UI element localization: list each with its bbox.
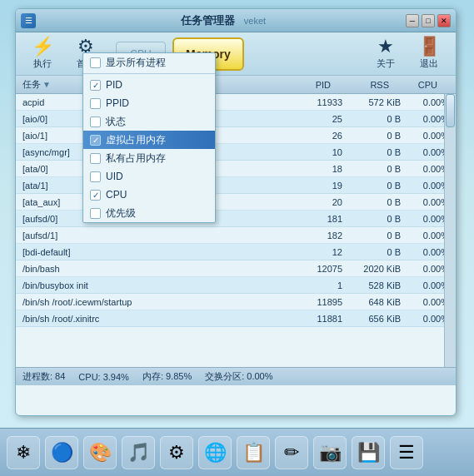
col-priority-item[interactable]: 优先级 — [83, 204, 215, 222]
col-virt-mem-label: 虚拟占用内存 — [106, 133, 166, 147]
col-virt-mem-checkbox[interactable] — [90, 135, 101, 146]
th-pid[interactable]: PID — [284, 80, 334, 90]
td-pid: 10 — [296, 147, 346, 157]
col-uid-checkbox[interactable] — [90, 171, 101, 182]
main-window: ☰ 任务管理器 veket ─ □ ✕ ⚡ 执行 ⚙ 首选 CPU Memory — [15, 8, 457, 416]
td-rss: 0 B — [346, 231, 404, 240]
col-priority-checkbox[interactable] — [90, 208, 101, 219]
col-priv-mem-checkbox[interactable] — [90, 153, 101, 164]
scrollbar-thumb[interactable] — [446, 94, 455, 127]
td-rss: 0 B — [346, 114, 404, 124]
td-rss: 0 B — [346, 164, 404, 174]
col-priv-mem-item[interactable]: 私有占用内存 — [83, 149, 215, 167]
taskbar-icon-pencil[interactable]: ✏ — [275, 436, 308, 469]
about-button[interactable]: ★ 关于 — [366, 36, 406, 72]
taskbar-icon-music[interactable]: 🎵 — [122, 436, 155, 469]
taskbar: ❄🔵🎨🎵⚙🌐📋✏📷💾☰ — [0, 428, 474, 476]
td-rss: 0 B — [346, 181, 404, 191]
td-pid: 182 — [296, 231, 346, 240]
td-task: [aufsd/1] — [19, 231, 296, 240]
exit-icon: 🚪 — [418, 37, 441, 56]
maximize-button[interactable]: □ — [422, 14, 435, 27]
taskbar-icon-menu[interactable]: ☰ — [390, 436, 423, 469]
td-task: /bin/sh /root/.icewm/startup — [19, 297, 296, 307]
menu-separator — [83, 73, 215, 74]
show-all-processes-item[interactable]: 显示所有进程 — [83, 53, 215, 72]
table-row[interactable]: [bdi-default] 12 0 B 0.00% — [16, 244, 456, 260]
col-ppid-item[interactable]: PPID — [83, 94, 215, 112]
col-uid-label: UID — [106, 171, 123, 182]
td-rss: 528 KiB — [346, 280, 404, 290]
scrollbar[interactable] — [444, 94, 456, 367]
taskbar-icon-paint[interactable]: 🎨 — [83, 436, 117, 469]
taskbar-icon-camera[interactable]: 📷 — [313, 436, 347, 469]
table-row[interactable]: /bin/bash 12075 2020 KiB 0.00% — [16, 260, 456, 277]
td-rss: 0 B — [346, 214, 404, 224]
col-uid-item[interactable]: UID — [83, 167, 215, 186]
col-priv-mem-label: 私有占用内存 — [106, 151, 166, 166]
exit-button[interactable]: 🚪 退出 — [409, 36, 449, 72]
col-cpu-item[interactable]: CPU — [83, 186, 215, 204]
td-pid: 1 — [296, 280, 346, 290]
memory-usage: 内存: 9.85% — [142, 370, 192, 383]
td-rss: 2020 KiB — [346, 264, 404, 274]
col-ppid-checkbox[interactable] — [90, 98, 101, 109]
col-pid-label: PID — [106, 79, 122, 91]
td-pid: 26 — [296, 131, 346, 141]
about-label: 关于 — [377, 57, 395, 70]
td-pid: 18 — [296, 164, 346, 174]
close-button[interactable]: ✕ — [437, 14, 451, 27]
th-task-label: 任务 — [22, 78, 41, 91]
taskbar-icon-storage[interactable]: 💾 — [352, 436, 385, 469]
col-state-label: 状态 — [106, 115, 126, 129]
td-pid: 11933 — [296, 97, 346, 107]
table-row[interactable]: /bin/sh /root/.icewm/startup 11895 648 K… — [16, 294, 456, 310]
th-cpu-label: CPU — [418, 80, 437, 90]
taskbar-icon-settings[interactable]: ⚙ — [160, 436, 193, 469]
titlebar: ☰ 任务管理器 veket ─ □ ✕ — [16, 9, 456, 32]
taskbar-icon-blue-circle[interactable]: 🔵 — [45, 436, 78, 469]
show-all-checkbox[interactable] — [90, 57, 101, 68]
window-icon: ☰ — [21, 13, 36, 28]
col-ppid-label: PPID — [106, 97, 129, 109]
col-pid-item[interactable]: PID — [83, 76, 215, 94]
td-pid: 12 — [296, 247, 346, 257]
col-state-checkbox[interactable] — [90, 117, 101, 127]
td-rss: 572 KiB — [346, 97, 404, 107]
taskbar-icon-web[interactable]: 🌐 — [198, 436, 232, 469]
swap-usage: 交换分区: 0.00% — [205, 370, 272, 383]
cpu-usage: CPU: 3.94% — [78, 372, 129, 382]
td-rss: 0 B — [346, 147, 404, 157]
col-cpu-label: CPU — [106, 189, 127, 201]
td-task: [bdi-default] — [19, 247, 296, 257]
th-cpu[interactable]: CPU — [392, 80, 441, 90]
td-rss: 0 B — [346, 247, 404, 257]
execute-button[interactable]: ⚡ 执行 — [22, 36, 62, 72]
th-rss[interactable]: RSS — [334, 80, 392, 90]
columns-dropdown: 显示所有进程 PID PPID 状态 虚拟占用内存 私有占用内存 UID — [82, 52, 216, 223]
execute-label: 执行 — [33, 57, 52, 70]
col-priority-label: 优先级 — [106, 206, 136, 221]
td-rss: 656 KiB — [346, 314, 404, 324]
td-task: /bin/bash — [19, 264, 296, 274]
td-rss: 648 KiB — [346, 297, 404, 307]
table-row[interactable]: /bin/sh /root/.xinitrc 11881 656 KiB 0.0… — [16, 310, 456, 327]
window-controls: ─ □ ✕ — [406, 14, 451, 27]
col-cpu-checkbox[interactable] — [90, 190, 101, 201]
td-rss: 0 B — [346, 131, 404, 141]
td-pid: 11881 — [296, 314, 346, 324]
td-pid: 20 — [296, 197, 346, 207]
taskbar-icon-snowflake[interactable]: ❄ — [7, 436, 40, 469]
col-state-item[interactable]: 状态 — [83, 112, 215, 131]
about-icon: ★ — [377, 37, 394, 56]
taskbar-icon-clipboard[interactable]: 📋 — [237, 436, 270, 469]
th-rss-label: RSS — [370, 80, 389, 90]
table-row[interactable]: /bin/busybox init 1 528 KiB 0.00% — [16, 277, 456, 294]
title-subtitle: veket — [244, 16, 266, 26]
td-rss: 0 B — [346, 197, 404, 207]
col-virt-mem-item[interactable]: 虚拟占用内存 — [83, 131, 215, 149]
td-task: /bin/busybox init — [19, 280, 296, 290]
col-pid-checkbox[interactable] — [90, 80, 101, 91]
table-row[interactable]: [aufsd/1] 182 0 B 0.00% — [16, 227, 456, 244]
minimize-button[interactable]: ─ — [406, 14, 419, 27]
